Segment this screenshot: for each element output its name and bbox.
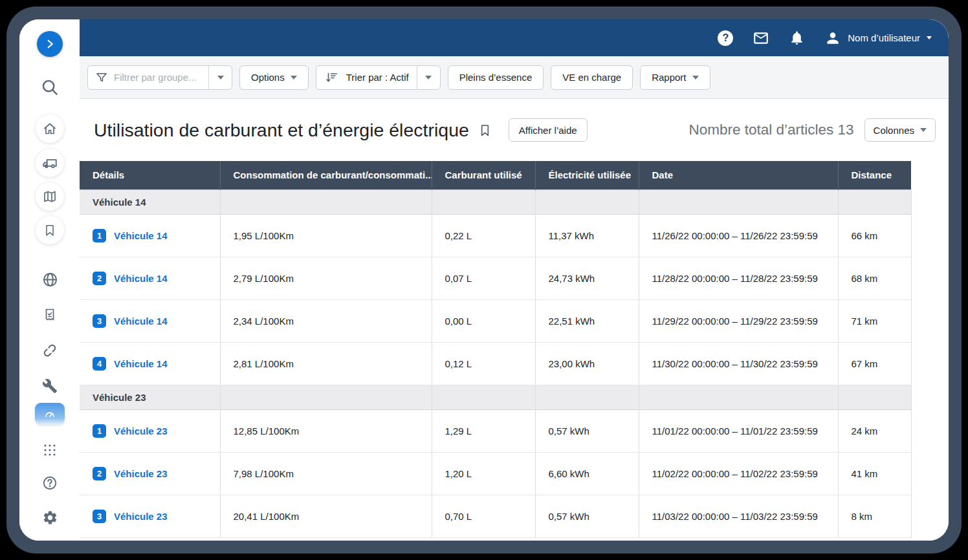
cell-date: 11/01/22 00:00:00 – 11/01/22 23:59:59	[639, 409, 838, 452]
cell-date: 11/02/22 00:00:00 – 11/02/22 23:59:59	[639, 452, 838, 495]
sidebar-item-map[interactable]	[36, 182, 64, 211]
column-header[interactable]: Électricité utilisée	[535, 161, 639, 189]
chevron-right-icon	[44, 38, 56, 50]
search-icon	[40, 78, 60, 97]
wrench-icon	[42, 378, 58, 394]
gauge-icon	[43, 407, 57, 421]
column-header[interactable]: Distance	[838, 161, 911, 189]
column-header[interactable]: Consommation de carburant/consommati...	[220, 161, 432, 189]
gear-icon	[42, 510, 58, 526]
group-empty-cell	[432, 385, 535, 409]
sidebar-item-rules[interactable]	[36, 336, 64, 365]
group-name: Véhicule 14	[80, 189, 220, 214]
row-index-badge: 4	[93, 357, 106, 371]
cell-date: 11/03/22 00:00:00 – 11/03/22 23:59:59	[639, 495, 838, 537]
sort-control[interactable]: Trier par : Actif	[316, 65, 441, 90]
vehicle-link[interactable]: Véhicule 23	[114, 425, 168, 436]
row-index-badge: 2	[93, 467, 106, 480]
sidebar-item-maintenance[interactable]	[36, 372, 64, 400]
page-title: Utilisation de carburant et d’énergie él…	[94, 120, 469, 141]
mail-icon[interactable]	[753, 30, 769, 47]
sidebar-item-help[interactable]	[36, 469, 64, 497]
chevron-down-icon	[217, 76, 224, 80]
cell-date: 11/30/22 00:00:00 – 11/30/22 23:59:59	[639, 342, 838, 385]
links-icon	[41, 342, 58, 359]
sort-dropdown-button[interactable]	[417, 66, 440, 89]
sidebar-item-settings[interactable]	[36, 503, 64, 532]
column-header[interactable]: Carburant utilisé	[432, 161, 535, 189]
table-row: 2Véhicule 142,79 L/100Km0,07 L24,73 kWh1…	[80, 257, 911, 299]
table-row: 3Véhicule 142,34 L/100Km0,00 L22,51 kWh1…	[80, 299, 911, 342]
help-icon[interactable]: ?	[718, 30, 733, 46]
report-button[interactable]: Rapport	[640, 65, 710, 90]
sidebar-item-engine-fuel-active[interactable]	[35, 403, 65, 425]
vehicle-link[interactable]: Véhicule 14	[114, 316, 168, 327]
filter-funnel-icon	[95, 71, 108, 84]
sidebar-item-vehicles[interactable]	[36, 149, 64, 177]
main-area: ? Nom d’utilisateur Filtrer par groupe..…	[80, 19, 949, 541]
vehicle-link[interactable]: Véhicule 23	[114, 511, 168, 522]
cell-distance: 66 km	[838, 214, 911, 257]
sidebar	[19, 19, 80, 541]
cell-electricity-used: 0,57 kWh	[535, 495, 639, 537]
vehicle-link[interactable]: Véhicule 14	[114, 273, 168, 284]
cell-electricity-used: 22,51 kWh	[535, 299, 639, 342]
cell-date: 11/29/22 00:00:00 – 11/29/22 23:59:59	[639, 299, 838, 342]
group-filter-input[interactable]: Filtrer par groupe...	[87, 65, 232, 90]
columns-button[interactable]: Colonnes	[864, 118, 936, 142]
cell-electricity-used: 11,37 kWh	[535, 214, 639, 257]
bookmark-icon	[43, 223, 57, 237]
column-header[interactable]: Détails	[80, 161, 220, 189]
options-label: Options	[251, 72, 285, 83]
filter-placeholder: Filtrer par groupe...	[114, 72, 208, 83]
group-empty-cell	[639, 385, 838, 409]
cell-electricity-used: 0,57 kWh	[535, 409, 639, 452]
filter-dropdown-button[interactable]	[209, 66, 232, 89]
chevron-down-icon	[692, 76, 699, 80]
options-button[interactable]: Options	[239, 65, 309, 90]
columns-label: Colonnes	[874, 125, 914, 136]
sidebar-item-apps[interactable]	[36, 436, 64, 464]
apps-grid-icon	[42, 442, 58, 458]
cell-consumption: 12,85 L/100Km	[220, 409, 432, 452]
total-articles-label: Nombre total d’articles 13	[688, 122, 853, 138]
cell-electricity-used: 6,60 kWh	[535, 452, 639, 495]
truck-icon	[41, 155, 58, 171]
vehicle-link[interactable]: Véhicule 23	[114, 468, 168, 479]
cell-fuel-used: 1,29 L	[432, 409, 535, 452]
chevron-down-icon	[920, 128, 927, 132]
fuel-fillups-button[interactable]: Pleins d’essence	[448, 65, 544, 90]
row-index-badge: 1	[93, 229, 106, 242]
sidebar-item-home[interactable]	[36, 114, 64, 143]
sidebar-item-activity[interactable]	[36, 301, 64, 329]
column-header[interactable]: Date	[639, 161, 838, 189]
bell-icon[interactable]	[789, 30, 805, 46]
title-row: Utilisation de carburant et d’énergie él…	[80, 99, 949, 161]
group-empty-cell	[535, 189, 639, 214]
group-empty-cell	[535, 385, 639, 409]
vehicle-link[interactable]: Véhicule 14	[114, 230, 168, 241]
sidebar-expand-button[interactable]	[37, 31, 63, 57]
cell-fuel-used: 0,12 L	[432, 342, 535, 385]
show-help-label: Afficher l’aide	[519, 125, 577, 136]
ev-charging-button[interactable]: VE en charge	[551, 65, 633, 90]
cell-details: 1Véhicule 23	[80, 409, 220, 452]
row-index-badge: 3	[93, 314, 106, 328]
group-row: Véhicule 23	[80, 385, 911, 409]
app-window: ? Nom d’utilisateur Filtrer par groupe..…	[19, 19, 949, 541]
cell-date: 11/26/22 00:00:00 – 11/26/22 23:59:59	[639, 214, 838, 257]
show-help-button[interactable]: Afficher l’aide	[509, 118, 588, 142]
user-menu[interactable]: Nom d’utilisateur	[824, 30, 932, 47]
cell-consumption: 2,81 L/100Km	[220, 342, 432, 385]
vehicle-link[interactable]: Véhicule 14	[114, 358, 168, 369]
cell-distance: 41 km	[838, 452, 911, 495]
cell-distance: 24 km	[838, 409, 911, 452]
table-body: Véhicule 141Véhicule 141,95 L/100Km0,22 …	[80, 189, 911, 537]
sidebar-item-zones[interactable]	[36, 265, 64, 294]
cell-consumption: 2,34 L/100Km	[220, 299, 432, 342]
sidebar-item-search[interactable]	[36, 73, 64, 102]
map-icon	[42, 189, 58, 204]
sidebar-item-bookmarks[interactable]	[36, 216, 64, 244]
ev-charging-label: VE en charge	[562, 72, 621, 83]
bookmark-page-button[interactable]	[478, 124, 492, 137]
